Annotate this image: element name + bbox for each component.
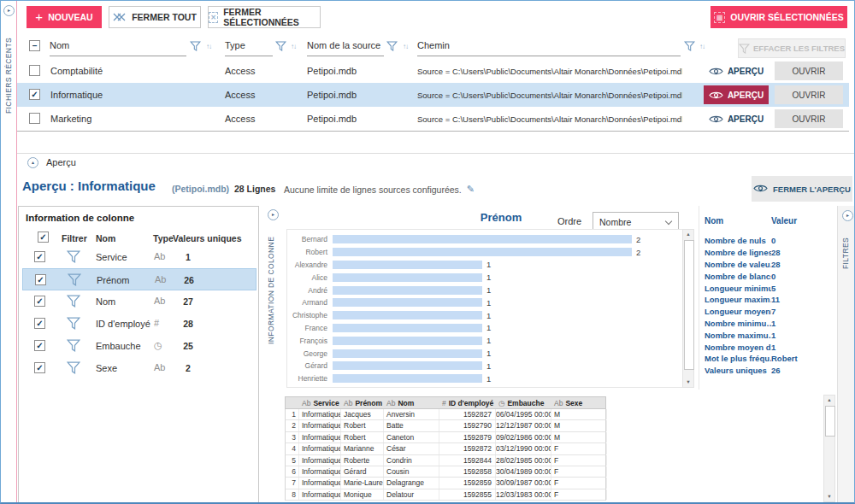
table-row[interactable]: 1 Informatique Jacques Anversin 1592827 … xyxy=(285,409,606,420)
table-row[interactable]: 8 Informatique Monique Delatour 1592855 … xyxy=(285,489,606,501)
bar-value-label: 1 xyxy=(486,273,491,282)
preview-collapse-icon[interactable]: ▴ xyxy=(27,157,38,168)
file-row[interactable]: Marketing Access Petipoi.mdb Source = C:… xyxy=(17,107,849,131)
filter-icon-type[interactable] xyxy=(275,41,286,51)
bar xyxy=(333,311,482,319)
column-info-select-all[interactable]: ✓ xyxy=(38,231,49,243)
column-header-label: Nom xyxy=(398,399,414,407)
table-row[interactable]: 5 Informatique Roberte Condrin 1592844 2… xyxy=(285,455,606,466)
preview-section-header[interactable]: ▴ Aperçu xyxy=(17,153,855,173)
column-checkbox[interactable]: ✓ xyxy=(34,340,45,351)
column-checkbox[interactable]: ✓ xyxy=(35,274,46,285)
clear-filters-button[interactable]: EFFACER LES FILTRES xyxy=(738,38,846,58)
filter-icon-nom[interactable] xyxy=(190,41,201,51)
row-checkbox[interactable]: ✓ xyxy=(29,89,40,100)
sort-icon-type[interactable]: ↑↓ xyxy=(291,43,296,50)
file-source: Petipoi.mdb xyxy=(307,90,357,100)
column-filter-icon[interactable] xyxy=(68,273,81,290)
table-column-header[interactable]: Ab Sexe xyxy=(551,397,607,408)
edit-pencil-icon[interactable]: ✎ xyxy=(467,184,475,195)
table-scrollbar[interactable]: ▲ ▼ xyxy=(823,395,835,502)
row-checkbox[interactable] xyxy=(29,113,40,124)
column-filter-icon[interactable] xyxy=(67,361,80,378)
column-info-row[interactable]: ✓ Embauche ◷ 25 xyxy=(22,335,256,357)
table-column-header[interactable]: Ab Prénom xyxy=(341,397,384,408)
table-column-header[interactable]: Ab Nom xyxy=(384,397,439,408)
recent-files-collapse-icon[interactable]: ▸ xyxy=(3,5,15,16)
preview-file-name: (Petipoi.mdb) xyxy=(172,184,229,194)
open-button[interactable]: OUVRIR xyxy=(775,62,843,80)
close-selected-button[interactable]: ✕ FERMER SÉLECTIONNÉES xyxy=(208,6,321,28)
column-info-row[interactable]: ✓ ID d'employé # 28 xyxy=(22,313,256,335)
stat-value: 28 xyxy=(771,248,781,257)
column-info-row[interactable]: ✓ Prénom Ab 26 xyxy=(22,268,256,290)
column-info-row[interactable]: ✓ Service Ab 1 xyxy=(22,246,256,268)
new-button[interactable]: + NOUVEAU xyxy=(27,6,102,28)
cell-sexe: M xyxy=(551,420,607,431)
chart-scrollbar[interactable]: ▲ ▼ xyxy=(682,229,694,388)
preview-button[interactable]: APERÇU xyxy=(704,109,769,128)
filters-collapse-icon[interactable]: ▸ xyxy=(842,210,853,221)
filter-input-source[interactable]: Nom de la source xyxy=(307,40,384,56)
scroll-up-icon[interactable]: ▲ xyxy=(683,230,693,239)
open-button[interactable]: OUVRIR xyxy=(775,109,843,128)
file-row[interactable]: ✓ Informatique Access Petipoi.mdb Source… xyxy=(17,83,849,107)
stat-row: Valeurs uniques 26 xyxy=(705,365,834,377)
plus-icon: + xyxy=(35,13,43,21)
scroll-down-icon[interactable]: ▼ xyxy=(824,492,834,501)
column-unique-count: 2 xyxy=(171,363,205,373)
filter-input-nom[interactable]: Nom xyxy=(50,40,186,56)
sort-icon-chemin[interactable]: ↑↓ xyxy=(699,43,705,50)
table-column-header[interactable]: # ID d'employé xyxy=(439,397,496,408)
sort-icon-nom[interactable]: ↑↓ xyxy=(206,43,211,50)
sort-icon-source[interactable]: ↑↓ xyxy=(403,43,408,50)
filter-input-chemin[interactable]: Chemin xyxy=(417,40,681,56)
table-row[interactable]: 2 Informatique Robert Batte 1592790 12/1… xyxy=(285,420,606,431)
column-info-row[interactable]: ✓ Nom Ab 27 xyxy=(22,290,256,313)
column-info-collapse-icon[interactable]: ▸ xyxy=(268,209,279,220)
column-info-row[interactable]: ✓ Sexe Ab 2 xyxy=(22,357,256,379)
scrollbar-thumb[interactable] xyxy=(684,240,694,370)
filter-icon-chemin[interactable] xyxy=(684,41,695,51)
eye-icon xyxy=(709,114,723,124)
open-button[interactable]: OUVRIR xyxy=(775,85,843,104)
column-filter-icon[interactable] xyxy=(67,295,80,311)
scroll-down-icon[interactable]: ▼ xyxy=(683,378,693,387)
column-checkbox[interactable]: ✓ xyxy=(34,362,45,373)
column-filter-icon[interactable] xyxy=(67,250,80,267)
cell-embauche: 30/09/1987 00:00 xyxy=(496,478,551,488)
filter-icon-source[interactable] xyxy=(386,41,398,51)
column-type-icon: Ab xyxy=(154,251,165,261)
preview-button[interactable]: APERÇU xyxy=(704,85,769,104)
row-number: 8 xyxy=(286,489,299,500)
table-row[interactable]: 3 Informatique Robert Caneton 1592879 09… xyxy=(285,432,606,443)
bar-value-label: 1 xyxy=(486,285,491,295)
bar-row: Robert 2 xyxy=(287,246,682,259)
table-row[interactable]: 6 Informatique Gérard Cousin 1592858 30/… xyxy=(285,466,606,478)
close-all-button[interactable]: FERMER TOUT xyxy=(109,6,201,28)
open-selected-button[interactable]: ▦ OUVRIR SÉLECTIONNÉES xyxy=(711,6,847,28)
stat-value: 26 xyxy=(771,366,781,375)
table-row[interactable]: 7 Informatique Marie-Laure Delagrange 15… xyxy=(285,478,606,489)
column-checkbox[interactable]: ✓ xyxy=(34,251,45,262)
column-checkbox[interactable]: ✓ xyxy=(34,296,45,307)
file-name: Informatique xyxy=(50,90,103,100)
preview-button[interactable]: APERÇU xyxy=(704,62,769,80)
file-row[interactable]: Comptabilité Access Petipoi.mdb Source =… xyxy=(17,59,849,83)
table-column-header[interactable]: ◷ Embauche xyxy=(496,397,551,408)
close-preview-button[interactable]: FERMER L'APERÇU xyxy=(752,176,852,202)
bar-row: France 1 xyxy=(287,322,682,335)
select-all-checkbox[interactable]: – xyxy=(29,40,40,51)
column-filter-icon[interactable] xyxy=(67,339,80,355)
cell-sexe: M xyxy=(551,432,607,442)
cell-prenom: Marie-Laure xyxy=(341,478,384,488)
scrollbar-thumb[interactable] xyxy=(825,406,835,437)
column-filter-icon[interactable] xyxy=(67,317,80,333)
column-checkbox[interactable]: ✓ xyxy=(34,318,45,329)
filter-input-type[interactable]: Type xyxy=(225,40,273,56)
row-checkbox[interactable] xyxy=(29,65,40,76)
stat-row: Nombre de valeu… 28 xyxy=(705,259,834,271)
scroll-up-icon[interactable]: ▲ xyxy=(824,396,834,405)
table-row[interactable]: 4 Informatique Marianne César 1592872 03… xyxy=(285,443,606,454)
table-column-header[interactable]: Ab Service xyxy=(299,397,341,408)
